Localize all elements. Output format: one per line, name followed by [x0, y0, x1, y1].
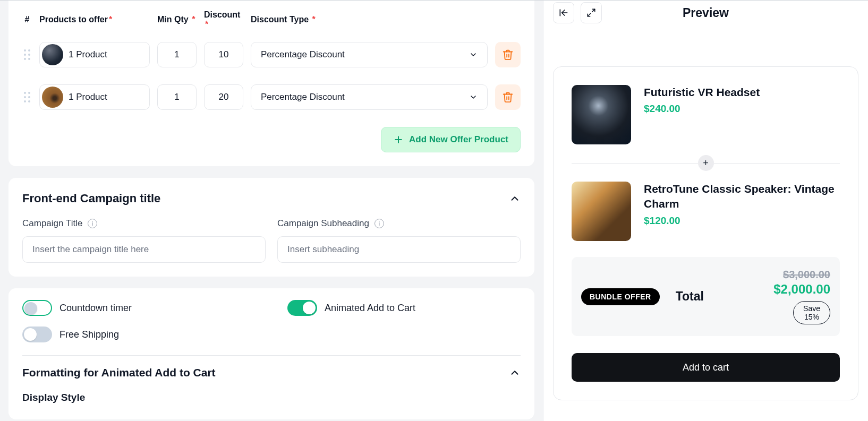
delete-row-button[interactable] — [495, 42, 521, 67]
required-star: * — [192, 15, 195, 24]
trash-icon — [502, 91, 514, 103]
svg-line-5 — [588, 14, 590, 16]
chevron-down-icon — [469, 93, 478, 101]
drag-handle-icon[interactable] — [22, 48, 32, 61]
trash-icon — [502, 49, 514, 61]
animated-label: Animated Add to Cart — [325, 303, 415, 314]
format-section-title: Formatting for Animated Add to Cart — [22, 366, 216, 379]
product-select[interactable]: 1 Product — [39, 84, 150, 110]
col-hash: # — [22, 15, 32, 24]
required-star: * — [312, 15, 316, 24]
preview-toolbar: Preview — [553, 1, 858, 25]
animated-cart-option: Animated Add to Cart — [287, 300, 521, 316]
countdown-label: Countdown timer — [59, 303, 132, 314]
products-header: # Products to offer* Min Qty * Discount … — [22, 7, 521, 33]
required-star: * — [109, 15, 112, 24]
preview-item-price: $120.00 — [644, 215, 840, 227]
fullscreen-button[interactable] — [581, 2, 602, 23]
add-to-cart-button[interactable]: Add to cart — [572, 353, 840, 382]
campaign-section-header[interactable]: Front-end Campaign title — [22, 184, 521, 211]
products-card: # Products to offer* Min Qty * Discount … — [8, 1, 534, 166]
save-badge: Save 15% — [793, 301, 830, 324]
format-section-header[interactable]: Formatting for Animated Add to Cart — [22, 359, 521, 383]
expand-icon — [586, 8, 596, 18]
discount-type-select[interactable]: Percentage Discount — [251, 84, 488, 110]
plus-icon — [393, 134, 404, 145]
total-label: Total — [676, 289, 704, 304]
product-count-label: 1 Product — [69, 49, 107, 60]
discount-type-label: Percentage Discount — [261, 92, 345, 102]
info-icon[interactable]: i — [88, 219, 97, 228]
countdown-timer-option: Countdown timer — [22, 300, 256, 316]
col-products-label: Products to offer — [39, 15, 108, 24]
minqty-input[interactable]: 1 — [157, 84, 197, 110]
col-discount-label: Discount — [204, 10, 240, 19]
add-new-product-button[interactable]: Add New Offer Product — [381, 127, 521, 152]
arrow-bar-left-icon — [558, 7, 569, 18]
discount-input[interactable]: 10 — [204, 42, 243, 67]
minqty-input[interactable]: 1 — [157, 42, 197, 67]
col-minqty: Min Qty * — [157, 15, 197, 24]
col-type-label: Discount Type — [251, 15, 309, 24]
preview-item-title: Futuristic VR Headset — [644, 85, 760, 100]
discount-type-select[interactable]: Percentage Discount — [251, 42, 488, 67]
free-shipping-option: Free Shipping — [22, 327, 271, 342]
campaign-sub-label: Campaign Subheading — [277, 218, 369, 229]
collapse-button[interactable] — [553, 2, 574, 23]
minqty-value: 1 — [174, 49, 179, 60]
preview-item-image — [572, 182, 631, 241]
countdown-toggle[interactable] — [22, 300, 52, 316]
freeship-label: Free Shipping — [59, 329, 119, 340]
col-type: Discount Type * — [251, 15, 488, 24]
svg-line-4 — [592, 9, 595, 12]
discount-value: 10 — [219, 49, 229, 60]
campaign-section-title: Front-end Campaign title — [22, 192, 160, 205]
discount-type-label: Percentage Discount — [261, 49, 345, 60]
freeship-toggle[interactable] — [22, 327, 52, 342]
campaign-card: Front-end Campaign title Campaign Title … — [8, 178, 534, 277]
preview-item: Futuristic VR Headset $240.00 — [572, 85, 840, 144]
col-minqty-label: Min Qty — [157, 15, 189, 24]
col-products: Products to offer* — [39, 15, 150, 24]
add-new-product-label: Add New Offer Product — [409, 134, 508, 145]
plus-icon: + — [698, 155, 714, 171]
campaign-sub-input[interactable] — [277, 236, 521, 263]
animated-toggle[interactable] — [287, 300, 317, 316]
preview-item: RetroTune Classic Speaker: Vintage Charm… — [572, 182, 840, 241]
chevron-down-icon — [469, 50, 478, 59]
campaign-title-label: Campaign Title — [22, 218, 82, 229]
new-price: $2,000.00 — [773, 282, 830, 297]
preview-item-title: RetroTune Classic Speaker: Vintage Charm — [644, 182, 840, 212]
bundle-badge: BUNDLE OFFER — [581, 288, 660, 305]
campaign-title-field: Campaign Title i — [22, 218, 266, 263]
chevron-up-icon — [509, 367, 521, 379]
discount-value: 20 — [219, 92, 229, 102]
campaign-title-input[interactable] — [22, 236, 266, 263]
chevron-up-icon — [509, 193, 521, 204]
minqty-value: 1 — [174, 92, 179, 102]
preview-item-price: $240.00 — [644, 103, 760, 115]
preview-card: Futuristic VR Headset $240.00 + RetroTun… — [553, 66, 858, 400]
delete-row-button[interactable] — [495, 84, 521, 110]
drag-handle-icon[interactable] — [22, 91, 32, 104]
discount-input[interactable]: 20 — [204, 84, 243, 110]
product-thumb — [42, 44, 63, 65]
product-count-label: 1 Product — [69, 92, 107, 102]
save-word: Save — [803, 304, 820, 313]
product-select[interactable]: 1 Product — [39, 42, 150, 67]
product-thumb — [42, 87, 63, 108]
product-row: 1 Product 1 10 Percentage Discount — [22, 33, 521, 76]
info-icon[interactable]: i — [375, 219, 384, 228]
old-price: $3,000.00 — [773, 269, 830, 281]
display-style-title: Display Style — [22, 383, 521, 406]
divider — [22, 355, 521, 356]
col-discount: Discount * — [204, 10, 243, 29]
preview-item-image — [572, 85, 631, 144]
preview-divider: + — [572, 155, 840, 171]
preview-column: Preview Futuristic VR Headset $240.00 + … — [543, 1, 868, 421]
main-column: # Products to offer* Min Qty * Discount … — [0, 1, 543, 421]
product-row: 1 Product 1 20 Percentage Discount — [22, 76, 521, 118]
required-star: * — [205, 20, 208, 29]
campaign-sub-field: Campaign Subheading i — [277, 218, 521, 263]
save-pct: 15% — [804, 313, 819, 321]
